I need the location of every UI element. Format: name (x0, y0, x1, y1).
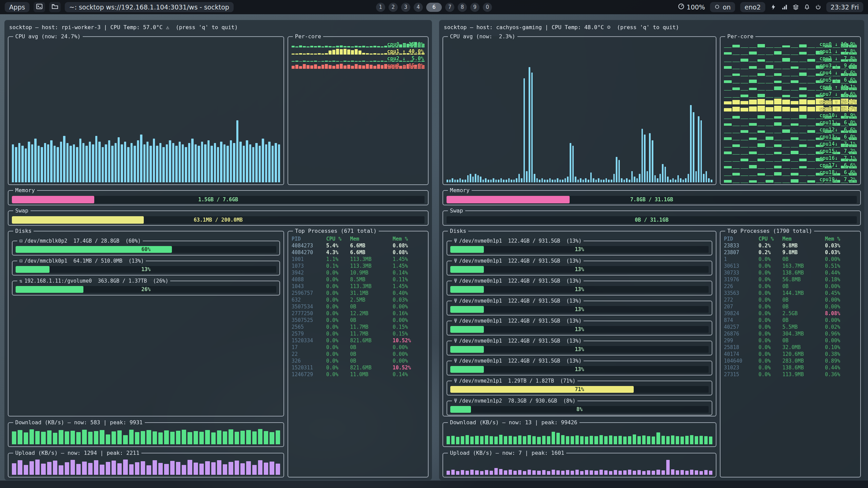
graph-bar (590, 470, 593, 475)
graph-bar (542, 470, 546, 475)
graph-bar (480, 177, 481, 182)
process-pid: 30613 (724, 263, 758, 269)
workspace-button-7[interactable]: 7 (445, 3, 454, 12)
process-mem: 8.5MB (350, 277, 392, 283)
clock[interactable]: 23:32 Fri (826, 2, 863, 12)
workspace-button-0[interactable]: 0 (483, 3, 492, 12)
graph-bar (631, 171, 633, 182)
apps-button[interactable]: Apps (5, 2, 29, 12)
graph-bar (623, 470, 627, 475)
graph-bar (766, 180, 773, 183)
graph-bar (129, 430, 134, 444)
power-profile-toggle[interactable]: on (710, 2, 735, 12)
process-row: 401740.0%120.6MB0.38% (723, 351, 857, 358)
workspace-button-4[interactable]: 4 (414, 3, 423, 12)
core-label: cpu16↓ 7.1% (820, 155, 856, 162)
terminal-window-rpi-worker-3[interactable]: socktop — host: rpi-worker-3 | CPU Temp:… (4, 20, 432, 480)
process-mem: 283.0MB (782, 358, 825, 364)
graph-bar (567, 177, 569, 182)
disk-label: Ψ/dev/nvme0n1p1 122.4GB / 931.5GB (13%) (452, 278, 584, 284)
bell-icon[interactable] (804, 4, 810, 10)
process-mem-percent: 0.00% (393, 358, 425, 364)
graph-bar (774, 172, 782, 176)
window-tab[interactable]: ~: socktop ws://192.168.1.104:3031/ws - … (65, 2, 234, 12)
graph-bar (561, 435, 565, 444)
process-cpu: 0.0% (758, 297, 783, 303)
workspace-button-9[interactable]: 9 (470, 3, 479, 12)
graph-bar (665, 167, 666, 182)
graph-bar (351, 50, 354, 55)
graph-bar (373, 66, 376, 69)
process-pid: 23807 (724, 249, 758, 256)
process-row: 10011.1%113.3MB1.45% (291, 256, 425, 263)
graph-bar (303, 54, 306, 55)
graph-bar (358, 50, 361, 55)
graph-bar (554, 180, 556, 182)
process-mem: 0B (782, 338, 825, 344)
workspace-button-8[interactable]: 8 (458, 3, 467, 12)
graph-bar (642, 435, 646, 444)
graph-bar (53, 461, 57, 475)
graph-bar (94, 431, 98, 444)
graph-bar (466, 471, 469, 475)
graph-bar (513, 180, 515, 182)
graph-bar (239, 142, 241, 182)
graph-bar (452, 178, 453, 182)
signal-bars-icon[interactable] (782, 4, 788, 10)
graph-bar (799, 44, 807, 47)
graph-bar (217, 430, 221, 444)
graph-bar (688, 174, 689, 182)
workspace-button-6[interactable]: 6 (426, 3, 442, 12)
layers-icon[interactable] (793, 4, 799, 10)
process-cpu: 0.0% (326, 270, 350, 276)
graph-bar (614, 436, 617, 444)
graph-bar (693, 112, 694, 183)
graph-bar (575, 435, 579, 444)
graph-bar (336, 64, 339, 69)
graph-bar (170, 432, 175, 444)
graph-bar (351, 46, 354, 47)
bolt-icon[interactable] (770, 4, 776, 10)
disk-usage-gauge: 26% (16, 286, 276, 293)
memory-panel: Memory 7.8GB / 31.1GB (442, 187, 861, 205)
graph-bar (102, 147, 104, 182)
terminal-launcher-button[interactable] (34, 2, 45, 12)
network-interface[interactable]: eno2 (740, 2, 765, 12)
graph-bar (585, 436, 588, 444)
disk-icon: Ψ (454, 258, 457, 264)
process-pid: 207 (724, 304, 758, 310)
process-row: 15203340.0%821.6MB10.52% (291, 337, 425, 344)
graph-bar (366, 53, 369, 55)
graph-bar (98, 142, 100, 182)
graph-bar (749, 123, 757, 126)
graph-bar (594, 471, 598, 475)
process-cpu: 0.0% (326, 297, 350, 303)
core-label: cpu10↓ 8.9% (820, 112, 856, 119)
process-mem-percent: 0.45% (825, 290, 857, 296)
workspace-button-1[interactable]: 1 (376, 3, 385, 12)
disk-label: ⊟/dev/mmcblk0p1 64.1MB / 510.0MB (13%) (17, 258, 146, 264)
terminal-window-cachyos-gaming[interactable]: socktop — host: cachyos-gaming | CPU Tem… (439, 20, 864, 480)
graph-bar (782, 100, 790, 104)
bottom-dock[interactable] (0, 481, 868, 488)
graph-bar (482, 180, 484, 182)
files-launcher-button[interactable] (49, 2, 61, 12)
core-label: cpu15↓ 7.2% (820, 148, 856, 155)
process-mem-percent: 0.16% (393, 310, 425, 317)
process-mem-percent: 0.00% (393, 317, 425, 323)
cpu-avg-graph (446, 41, 713, 183)
graph-bar (791, 80, 798, 83)
power-icon[interactable] (815, 4, 821, 10)
graph-bar (156, 146, 158, 182)
graph-bar (318, 61, 321, 62)
workspace-button-3[interactable]: 3 (401, 3, 410, 12)
graph-bar (791, 66, 798, 69)
col-memp: Mem % (825, 236, 857, 242)
graph-bar (233, 143, 235, 182)
system-meter[interactable]: 100% (678, 3, 705, 11)
socktop-header: socktop — host: cachyos-gaming | CPU Tem… (442, 23, 861, 32)
graph-bar (321, 61, 324, 62)
graph-bar (626, 178, 628, 182)
workspace-button-2[interactable]: 2 (389, 3, 398, 12)
graph-bar (381, 46, 384, 47)
